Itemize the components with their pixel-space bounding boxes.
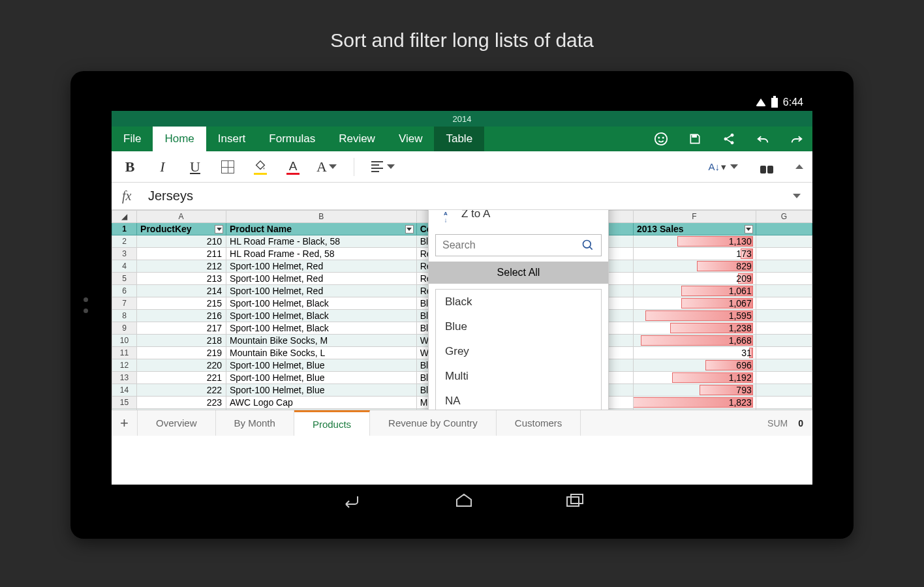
sum-value: 0: [798, 418, 803, 429]
align-button[interactable]: [371, 161, 395, 172]
filter-option[interactable]: NA: [436, 389, 601, 410]
filter-option[interactable]: Grey: [436, 339, 601, 364]
fx-value[interactable]: Jerseys: [148, 188, 802, 203]
sheet-tab[interactable]: By Month: [216, 410, 294, 436]
borders-button[interactable]: [219, 160, 237, 173]
battery-icon: [771, 98, 778, 108]
sheet-tabs-bar: + OverviewBy MonthProductsRevenue by Cou…: [112, 410, 812, 436]
fx-expand-icon[interactable]: [793, 194, 801, 198]
select-all-corner[interactable]: ◢: [112, 211, 137, 223]
font-size-button[interactable]: A: [316, 158, 337, 175]
col-header-g[interactable]: G: [756, 211, 812, 223]
document-titlebar: 2014: [112, 111, 812, 127]
sort-za-label: Z to A: [461, 210, 490, 220]
filter-search-input[interactable]: [442, 239, 581, 251]
sort-filter-button[interactable]: A↓▾: [708, 161, 738, 173]
worksheet[interactable]: ◢ A B C D E F G 1 ProductKey Product Nam…: [112, 210, 812, 410]
home-toolbar: B I U A A A↓▾: [112, 151, 812, 183]
tab-view[interactable]: View: [387, 127, 435, 151]
svg-rect-8: [567, 497, 579, 506]
android-statusbar: 6:44: [112, 94, 812, 111]
select-all-button[interactable]: Select All: [429, 262, 608, 284]
smiley-icon[interactable]: [653, 131, 669, 147]
search-icon: [581, 239, 594, 252]
tab-home[interactable]: Home: [153, 127, 206, 151]
filter-option[interactable]: Blue: [436, 314, 601, 339]
fill-color-button[interactable]: [251, 159, 270, 175]
col-header-a[interactable]: A: [137, 211, 226, 223]
underline-button[interactable]: U: [186, 158, 204, 175]
share-icon[interactable]: [721, 131, 737, 147]
home-icon[interactable]: [454, 493, 474, 507]
toolbar-collapse-icon[interactable]: [795, 164, 803, 169]
fx-label: fx: [122, 188, 148, 203]
svg-point-2: [662, 137, 664, 138]
formula-bar[interactable]: fx Jerseys: [112, 183, 812, 210]
toolbar-separator: [354, 158, 354, 176]
android-navbar: [112, 485, 812, 516]
svg-point-0: [655, 133, 667, 145]
font-color-button[interactable]: A: [284, 159, 302, 175]
sort-filter-popup: Sort and Filter AZ↓ A to Z ZA↓ Z to A Se…: [428, 210, 609, 410]
wifi-icon: [756, 98, 766, 106]
tab-table[interactable]: Table: [434, 127, 484, 151]
svg-rect-9: [571, 494, 583, 504]
filter-search-box[interactable]: [435, 234, 602, 256]
sum-label: SUM: [767, 418, 788, 429]
tab-review[interactable]: Review: [327, 127, 387, 151]
filter-option[interactable]: Multi: [436, 364, 601, 389]
ribbon-actions: [653, 127, 805, 151]
ribbon-tabs: File Home Insert Formulas Review View Ta…: [112, 127, 812, 151]
status-sum: SUM 0: [758, 410, 812, 436]
tab-insert[interactable]: Insert: [206, 127, 258, 151]
add-sheet-button[interactable]: +: [112, 410, 138, 436]
tablet-frame: 6:44 2014 File Home Insert Formulas Revi…: [70, 71, 854, 539]
sort-za-icon: ZA↓: [439, 210, 452, 224]
sheet-tab[interactable]: Customers: [497, 410, 581, 436]
recent-apps-icon[interactable]: [565, 493, 585, 507]
save-icon[interactable]: [687, 131, 703, 147]
svg-rect-3: [692, 134, 697, 137]
back-icon[interactable]: [339, 492, 363, 508]
page-caption: Sort and filter long lists of data: [0, 0, 924, 71]
clock-text: 6:44: [783, 97, 803, 108]
tab-formulas[interactable]: Formulas: [257, 127, 327, 151]
col-header-b[interactable]: B: [226, 211, 417, 223]
redo-icon[interactable]: [789, 131, 805, 147]
tab-file[interactable]: File: [112, 127, 153, 151]
camera-dots: [84, 291, 88, 320]
filter-options-list: BlackBlueGreyMultiNA: [435, 289, 602, 410]
sheet-tab[interactable]: Revenue by Country: [370, 410, 497, 436]
bold-button[interactable]: B: [121, 158, 139, 175]
find-button[interactable]: [758, 160, 776, 173]
device-screen: 6:44 2014 File Home Insert Formulas Revi…: [112, 94, 812, 516]
italic-button[interactable]: I: [153, 158, 172, 175]
filter-option[interactable]: Black: [436, 290, 601, 314]
undo-icon[interactable]: [755, 131, 771, 147]
col-header-f[interactable]: F: [634, 211, 756, 223]
sort-za-button[interactable]: ZA↓ Z to A: [429, 210, 608, 229]
svg-point-7: [583, 241, 591, 248]
svg-point-1: [658, 137, 660, 138]
document-year: 2014: [453, 114, 472, 124]
sheet-tab[interactable]: Products: [294, 410, 370, 436]
sheet-tab[interactable]: Overview: [138, 410, 216, 436]
